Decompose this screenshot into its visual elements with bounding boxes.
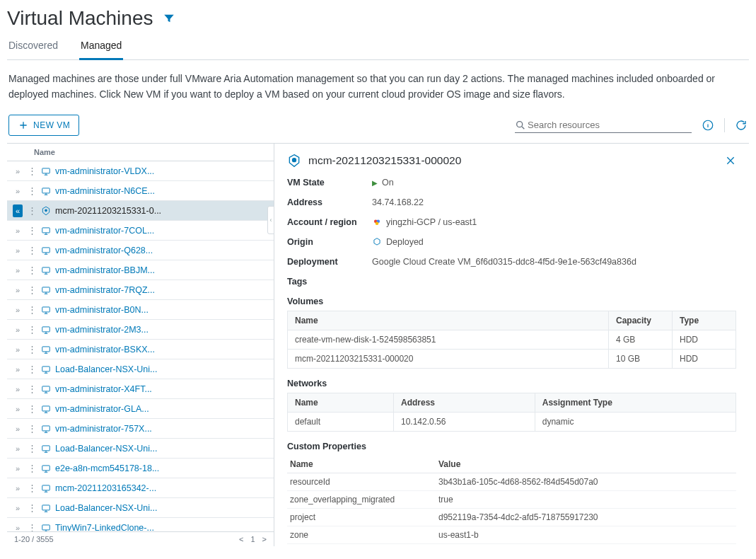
row-actions-icon[interactable]: ⋮ — [27, 245, 37, 255]
vm-name-link[interactable]: mcm-20211203165342-... — [55, 483, 156, 493]
search-input[interactable] — [526, 119, 692, 131]
expand-chevron-icon[interactable]: » — [13, 524, 23, 532]
expand-chevron-icon[interactable]: » — [13, 266, 23, 275]
expand-chevron-icon[interactable]: » — [13, 385, 23, 393]
expand-chevron-icon[interactable]: » — [13, 226, 23, 235]
vm-name-link[interactable]: vm-administrator-757X... — [55, 424, 152, 434]
row-actions-icon[interactable]: ⋮ — [27, 344, 37, 355]
vm-name-link[interactable]: Load-Balancer-NSX-Uni... — [55, 503, 158, 513]
expand-chevron-icon[interactable]: » — [13, 365, 23, 374]
table-row[interactable]: »⋮vm-administrator-VLDX... — [7, 161, 274, 181]
table-row[interactable]: »⋮vm-administrator-GLA... — [7, 399, 274, 419]
vm-icon — [41, 364, 51, 374]
table-row[interactable]: »⋮vm-administrator-BSKX... — [7, 340, 274, 359]
row-actions-icon[interactable]: ⋮ — [27, 284, 37, 295]
vm-name-link[interactable]: TinyWin7-LinkedClone-... — [55, 523, 154, 532]
vm-name-link[interactable]: vm-administrator-GLA... — [55, 404, 149, 414]
expand-chevron-icon[interactable]: » — [13, 444, 23, 453]
detail-pane: mcm-20211203215331-000020 VM State ▶On A… — [274, 144, 749, 546]
vm-name-link[interactable]: vm-administrator-7COL... — [55, 226, 154, 236]
tab-managed[interactable]: Managed — [79, 34, 123, 60]
table-row[interactable]: »⋮vm-administrator-Q628... — [7, 241, 274, 260]
row-actions-icon[interactable]: ⋮ — [27, 522, 37, 531]
tab-discovered[interactable]: Discovered — [7, 34, 59, 59]
table-row[interactable]: »⋮vm-administrator-7RQZ... — [7, 280, 274, 300]
table-row[interactable]: »⋮Load-Balancer-NSX-Uni... — [7, 359, 274, 379]
table-row[interactable]: »⋮vm-administrator-B0N... — [7, 300, 274, 320]
row-actions-icon[interactable]: ⋮ — [27, 364, 37, 374]
table-row[interactable]: »⋮vm-administrator-N6CE... — [7, 181, 274, 201]
vm-name-link[interactable]: vm-administrator-Q628... — [55, 246, 153, 255]
row-actions-icon[interactable]: ⋮ — [27, 304, 37, 315]
table-row[interactable]: «⋮mcm-20211203215331-0... — [7, 201, 274, 221]
pager-next[interactable]: > — [262, 535, 267, 543]
expand-chevron-icon[interactable]: » — [13, 464, 23, 473]
field-vm-state: VM State ▶On — [287, 178, 736, 188]
row-actions-icon[interactable]: ⋮ — [27, 384, 37, 394]
hex-icon — [287, 154, 301, 168]
info-icon[interactable] — [702, 119, 714, 132]
table-row[interactable]: »⋮mcm-20211203165342-... — [7, 478, 274, 498]
collapse-handle[interactable]: ‹ — [267, 206, 274, 234]
table-row[interactable]: »⋮vm-administrator-BBJM... — [7, 260, 274, 280]
table-row[interactable]: »⋮Load-Balancer-NSX-Uni... — [7, 439, 274, 459]
expand-chevron-icon[interactable]: » — [13, 504, 23, 512]
expand-chevron-icon[interactable]: » — [13, 246, 23, 255]
vm-name-link[interactable]: vm-administrator-2M3... — [55, 325, 149, 335]
table-row[interactable]: »⋮vm-administrator-757X... — [7, 419, 274, 439]
row-actions-icon[interactable]: ⋮ — [27, 423, 37, 434]
vm-icon — [41, 285, 51, 295]
custom-props-heading: Custom Properties — [287, 442, 736, 451]
filter-icon[interactable] — [163, 12, 175, 25]
vm-name-link[interactable]: vm-administrator-BBJM... — [55, 265, 155, 275]
expand-chevron-icon[interactable]: » — [13, 306, 23, 314]
table-row[interactable]: »⋮TinyWin7-LinkedClone-... — [7, 518, 274, 531]
table-row[interactable]: »⋮Load-Balancer-NSX-Uni... — [7, 498, 274, 518]
new-vm-button[interactable]: NEW VM — [8, 115, 79, 136]
vm-name-link[interactable]: vm-administrator-BSKX... — [55, 345, 155, 355]
vm-list[interactable]: »⋮vm-administrator-VLDX...»⋮vm-administr… — [7, 161, 274, 531]
row-actions-icon[interactable]: ⋮ — [27, 166, 37, 176]
vm-name-link[interactable]: Load-Balancer-NSX-Uni... — [55, 364, 158, 374]
vm-name-link[interactable]: Load-Balancer-NSX-Uni... — [55, 444, 158, 454]
vm-name-link[interactable]: vm-administrator-B0N... — [55, 305, 149, 315]
expand-chevron-icon[interactable]: » — [13, 345, 23, 354]
vm-icon — [41, 345, 51, 355]
refresh-icon[interactable] — [735, 119, 748, 132]
expand-chevron-icon[interactable]: » — [13, 187, 23, 195]
vm-icon — [41, 384, 51, 394]
vm-name-link[interactable]: vm-administrator-7RQZ... — [55, 285, 155, 295]
expand-chevron-icon[interactable]: « — [13, 204, 23, 217]
vm-name-link[interactable]: vm-administrator-X4FT... — [55, 384, 152, 394]
row-actions-icon[interactable]: ⋮ — [27, 502, 37, 513]
row-actions-icon[interactable]: ⋮ — [27, 463, 37, 473]
row-actions-icon[interactable]: ⋮ — [27, 324, 37, 335]
svg-rect-19 — [42, 505, 50, 510]
table-row[interactable]: »⋮vm-administrator-X4FT... — [7, 379, 274, 399]
row-actions-icon[interactable]: ⋮ — [27, 185, 37, 196]
vm-name-link[interactable]: vm-administrator-N6CE... — [55, 186, 155, 196]
networks-heading: Networks — [287, 379, 736, 388]
expand-chevron-icon[interactable]: » — [13, 405, 23, 413]
table-row: zoneus-east1-b — [287, 526, 736, 544]
table-row[interactable]: »⋮vm-administrator-7COL... — [7, 221, 274, 241]
table-row[interactable]: »⋮e2e-a8n-mcm545178-18... — [7, 459, 274, 478]
vm-name-link[interactable]: vm-administrator-VLDX... — [55, 166, 154, 176]
pager-prev[interactable]: < — [239, 535, 243, 543]
row-actions-icon[interactable]: ⋮ — [27, 265, 37, 275]
row-actions-icon[interactable]: ⋮ — [27, 403, 37, 414]
expand-chevron-icon[interactable]: » — [13, 484, 23, 492]
table-row[interactable]: »⋮vm-administrator-2M3... — [7, 320, 274, 340]
row-actions-icon[interactable]: ⋮ — [27, 225, 37, 236]
row-actions-icon[interactable]: ⋮ — [27, 483, 37, 493]
search-box[interactable] — [515, 117, 692, 133]
expand-chevron-icon[interactable]: » — [13, 325, 23, 334]
expand-chevron-icon[interactable]: » — [13, 286, 23, 294]
close-icon[interactable] — [725, 155, 736, 166]
expand-chevron-icon[interactable]: » — [13, 167, 23, 175]
row-actions-icon[interactable]: ⋮ — [27, 443, 37, 454]
row-actions-icon[interactable]: ⋮ — [27, 205, 37, 216]
vm-name-link[interactable]: e2e-a8n-mcm545178-18... — [55, 463, 159, 473]
expand-chevron-icon[interactable]: » — [13, 425, 23, 433]
vm-name-link[interactable]: mcm-20211203215331-0... — [55, 206, 161, 216]
